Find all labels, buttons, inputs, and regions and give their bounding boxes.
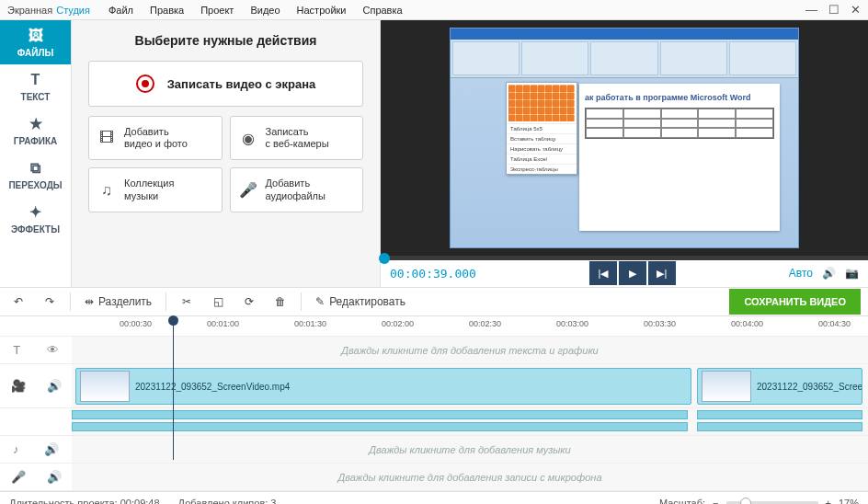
statusbar: Длительность проекта: 00:09:48 Добавлено… <box>0 491 868 504</box>
timeline-toolbar: ↶ ↷ ⇹Разделить ✂ ◱ ⟳ 🗑 ✎Редактировать СО… <box>0 287 868 316</box>
music-list-icon: ♫ <box>97 180 117 200</box>
microphone-icon: 🎤 <box>238 180 258 200</box>
timeline: 00:00:30 00:01:00 00:01:30 00:02:00 00:0… <box>0 316 868 491</box>
track-music-body[interactable]: Дважды кликните для добавления музыки <box>72 436 868 463</box>
menu-video[interactable]: Видео <box>250 5 280 16</box>
timeline-ruler[interactable]: 00:00:30 00:01:00 00:01:30 00:02:00 00:0… <box>0 316 868 337</box>
delete-button[interactable]: 🗑 <box>269 292 291 311</box>
audio-clip-1[interactable] <box>72 410 688 419</box>
pencil-icon: ✎ <box>315 295 325 308</box>
window-controls: — ☐ ✕ <box>805 3 861 17</box>
video-track-icon: 🎥 <box>11 379 26 393</box>
split-icon: ⇹ <box>85 295 94 308</box>
scrubber-handle[interactable] <box>379 253 390 264</box>
tab-transitions-label: ПЕРЕХОДЫ <box>8 180 62 190</box>
tab-transitions[interactable]: ⧉ ПЕРЕХОДЫ <box>0 153 71 197</box>
menubar: Файл Правка Проект Видео Настройки Справ… <box>108 5 403 16</box>
menu-file[interactable]: Файл <box>108 5 133 16</box>
play-button[interactable]: ▶ <box>619 261 646 285</box>
tab-files[interactable]: 🖼 ФАЙЛЫ <box>0 20 71 64</box>
cut-button[interactable]: ✂ <box>176 292 198 311</box>
track-music: ♪🔊 Дважды кликните для добавления музыки <box>0 436 868 464</box>
tab-graphics-label: ГРАФИКА <box>14 136 57 146</box>
volume-icon[interactable]: 🔊 <box>822 267 836 280</box>
preview-scrubber[interactable] <box>381 256 868 260</box>
track-mic-body[interactable]: Дважды кликните для добавления записи с … <box>72 464 868 490</box>
actions-heading: Выберите нужные действия <box>88 33 363 48</box>
webcam-icon: ◉ <box>238 128 258 148</box>
eye-icon[interactable]: 👁 <box>47 343 59 357</box>
track-text-body[interactable]: Дважды кликните для добавления текста и … <box>72 337 868 363</box>
prev-button[interactable]: |◀ <box>589 261 617 285</box>
snapshot-icon[interactable]: 📷 <box>845 267 859 280</box>
duration-value: 00:09:48 <box>120 498 160 505</box>
preview-controls: 00:00:39.000 |◀ ▶ ▶| Авто 🔊 📷 <box>381 260 868 287</box>
duration-label: Длительность проекта: <box>9 498 118 505</box>
playhead[interactable] <box>173 316 174 460</box>
word-heading: ак работать в программе Microsoft Word <box>585 93 774 102</box>
close-icon[interactable]: ✕ <box>851 3 861 17</box>
track-mic: 🎤🔊 Дважды кликните для добавления записи… <box>0 464 868 491</box>
track-audio-body[interactable] <box>72 408 868 435</box>
app-name-2: Студия <box>56 5 90 16</box>
undo-button[interactable]: ↶ <box>7 292 29 311</box>
save-video-button[interactable]: СОХРАНИТЬ ВИДЕО <box>729 289 861 315</box>
add-audio-button[interactable]: 🎤 Добавитьаудиофайлы <box>230 167 364 212</box>
rotate-button[interactable]: ⟳ <box>238 292 260 311</box>
edit-button[interactable]: ✎Редактировать <box>311 292 410 311</box>
zoom-label: Масштаб: <box>659 498 705 505</box>
video-clip-1[interactable]: 20231122_093652_ScreenVideo.mp4 <box>75 368 691 405</box>
preview-panel: Таблица 5x5 Вставить таблицу Нарисовать … <box>381 20 868 287</box>
tab-files-label: ФАЙЛЫ <box>17 48 54 58</box>
actions-panel: Выберите нужные действия Записать видео … <box>72 20 381 287</box>
video-clip-2[interactable]: 20231122_093652_ScreenVideo <box>697 368 862 405</box>
tab-effects-label: ЭФФЕКТЫ <box>11 224 60 235</box>
music-track-icon: ♪ <box>13 442 19 456</box>
split-button[interactable]: ⇹Разделить <box>80 292 156 311</box>
zoom-controls: Масштаб: − + 17% <box>659 498 859 505</box>
add-media-button[interactable]: 🎞 Добавитьвидео и фото <box>88 116 223 160</box>
clip-1-label: 20231122_093652_ScreenVideo.mp4 <box>135 382 290 392</box>
side-tabs: 🖼 ФАЙЛЫ T ТЕКСТ ★ ГРАФИКА ⧉ ПЕРЕХОДЫ ✦ Э… <box>0 20 72 287</box>
speaker-icon[interactable]: 🔊 <box>47 470 62 484</box>
speaker-icon[interactable]: 🔊 <box>47 379 62 393</box>
crop-button[interactable]: ◱ <box>207 292 229 311</box>
redo-button[interactable]: ↷ <box>39 292 61 311</box>
tab-text-label: ТЕКСТ <box>21 92 51 102</box>
minimize-icon[interactable]: — <box>805 3 817 17</box>
audio-clip-2b[interactable] <box>697 422 862 431</box>
record-screen-button[interactable]: Записать видео с экрана <box>88 61 363 107</box>
timecode: 00:00:39.000 <box>390 267 476 281</box>
zoom-slider[interactable] <box>726 501 818 505</box>
tab-graphics[interactable]: ★ ГРАФИКА <box>0 109 71 153</box>
film-icon: 🎞 <box>97 128 117 148</box>
menu-settings[interactable]: Настройки <box>297 5 347 16</box>
track-video-body[interactable]: 20231122_093652_ScreenVideo.mp4 20231122… <box>72 364 868 407</box>
transitions-icon: ⧉ <box>30 160 40 177</box>
zoom-out-button[interactable]: − <box>713 498 718 505</box>
maximize-icon[interactable]: ☐ <box>828 3 839 17</box>
music-library-button[interactable]: ♫ Коллекциямузыки <box>88 167 223 212</box>
clips-value: 3 <box>270 498 276 505</box>
preview-canvas: Таблица 5x5 Вставить таблицу Нарисовать … <box>381 20 868 256</box>
star-icon: ★ <box>29 115 42 132</box>
zoom-thumb[interactable] <box>740 498 751 505</box>
audio-clip-2[interactable] <box>697 410 862 419</box>
zoom-in-button[interactable]: + <box>826 498 831 505</box>
speaker-icon[interactable]: 🔊 <box>44 442 59 456</box>
track-audio-linked <box>0 408 868 436</box>
audio-clip-1b[interactable] <box>72 422 688 431</box>
track-video: 🎥🔊 20231122_093652_ScreenVideo.mp4 20231… <box>0 364 868 408</box>
clip-thumb <box>80 371 130 402</box>
menu-edit[interactable]: Правка <box>150 5 184 16</box>
next-button[interactable]: ▶| <box>648 261 676 285</box>
auto-label[interactable]: Авто <box>789 267 813 280</box>
clips-label: Добавлено клипов: <box>178 498 268 505</box>
tab-text[interactable]: T ТЕКСТ <box>0 64 71 109</box>
text-icon: T <box>31 72 40 88</box>
word-dropdown: Таблица 5x5 Вставить таблицу Нарисовать … <box>506 82 577 175</box>
webcam-button[interactable]: ◉ Записатьс веб-камеры <box>230 116 364 160</box>
menu-help[interactable]: Справка <box>362 5 402 16</box>
tab-effects[interactable]: ✦ ЭФФЕКТЫ <box>0 197 71 241</box>
menu-project[interactable]: Проект <box>200 5 234 16</box>
